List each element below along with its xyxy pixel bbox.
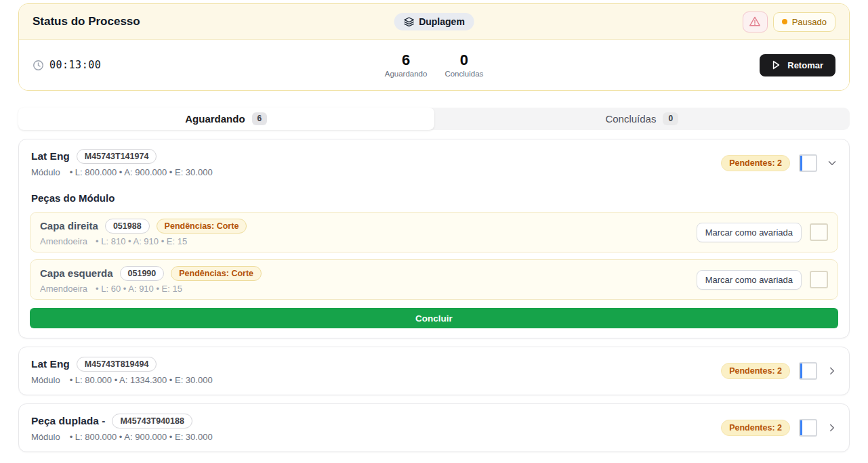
module-card-expanded: Lat Eng M45743T141974 Módulo • L: 800.00… [18, 139, 850, 338]
resume-button[interactable]: Retomar [760, 54, 835, 76]
module-card[interactable]: Peça duplada - M45743T940188 Módulo • L:… [18, 403, 850, 452]
mark-damaged-button[interactable]: Marcar como avariada [697, 270, 802, 290]
module-dims: • L: 80.000 • A: 1334.300 • E: 30.000 [70, 375, 213, 385]
process-page: Status do Processo Duplagem [0, 0, 868, 452]
module-type: Módulo [31, 167, 60, 177]
tabstrip: Aguardando 6 Concluídas 0 [18, 108, 850, 130]
piece-dimensions: Amendoeira • L: 60 • A: 910 • E: 15 [40, 284, 262, 294]
module-title: Peça duplada - [31, 415, 105, 427]
pending-badge: Pendentes: 2 [721, 420, 790, 436]
piece-dims: • L: 60 • A: 910 • E: 15 [96, 284, 182, 294]
piece-row: Capa esquerda 051990 Pendências: Corte A… [30, 259, 838, 300]
tab-concluidas-count: 0 [663, 112, 678, 125]
tab-aguardando-label: Aguardando [185, 113, 245, 125]
status-card-body: 00:13:00 6 Aguardando 0 Concluidas [19, 40, 849, 90]
chevron-down-icon[interactable] [826, 157, 838, 169]
stat-aguardando-value: 6 [385, 52, 428, 68]
module-checkbox[interactable] [799, 154, 817, 172]
module-dims: • L: 800.000 • A: 900.000 • E: 30.000 [70, 432, 213, 442]
module-id-badge: M45743T141974 [77, 149, 157, 164]
piece-pendencias-badge: Pendências: Corte [157, 219, 247, 234]
module-dimensions: Módulo • L: 80.000 • A: 1334.300 • E: 30… [31, 375, 213, 385]
pending-badge: Pendentes: 2 [721, 363, 790, 379]
process-timer: 00:13:00 [33, 59, 101, 71]
piece-id-badge: 051990 [120, 266, 165, 281]
status-badge: Pausado [773, 12, 835, 32]
module-title: Lat Eng [31, 150, 70, 162]
paused-dot-icon [782, 19, 787, 24]
process-type-label: Duplagem [419, 16, 465, 27]
pieces-section-title: Peças do Módulo [31, 192, 838, 204]
timer-value: 00:13:00 [49, 59, 101, 71]
piece-material: Amendoeira [40, 284, 87, 294]
piece-row: Capa direita 051988 Pendências: Corte Am… [30, 212, 838, 252]
page-title: Status do Processo [33, 15, 140, 28]
module-type: Módulo [31, 375, 60, 385]
piece-title: Capa esquerda [40, 267, 113, 279]
stat-concluidas: 0 Concluidas [445, 52, 483, 78]
module-controls: Pendentes: 2 [721, 419, 838, 437]
piece-material: Amendoeira [40, 236, 87, 246]
tab-aguardando-count: 6 [252, 112, 268, 125]
module-checkbox[interactable] [799, 362, 817, 380]
tab-concluidas[interactable]: Concluídas 0 [434, 108, 850, 130]
module-checkbox[interactable] [799, 419, 817, 437]
module-card[interactable]: Lat Eng M45743T819494 Módulo • L: 80.000… [18, 347, 850, 395]
module-info: Peça duplada - M45743T940188 Módulo • L:… [30, 414, 213, 442]
status-header-actions: Pausado [743, 12, 835, 32]
piece-title: Capa direita [40, 220, 98, 232]
tab-concluidas-label: Concluídas [605, 113, 656, 125]
module-id-badge: M45743T940188 [112, 414, 192, 428]
stat-aguardando-label: Aguardando [385, 70, 428, 78]
module-dimensions: Módulo • L: 800.000 • A: 900.000 • E: 30… [31, 432, 213, 442]
module-dims: • L: 800.000 • A: 900.000 • E: 30.000 [70, 167, 213, 177]
play-icon [772, 60, 781, 70]
paused-label: Pausado [792, 17, 827, 27]
stat-concluidas-value: 0 [445, 52, 483, 68]
module-controls: Pendentes: 2 [721, 362, 838, 380]
module-info: Lat Eng M45743T819494 Módulo • L: 80.000… [30, 357, 213, 385]
process-type-pill: Duplagem [394, 13, 474, 30]
piece-pendencias-badge: Pendências: Corte [171, 266, 262, 281]
status-card-header: Status do Processo Duplagem [19, 4, 849, 40]
piece-checkbox[interactable] [810, 271, 828, 288]
warning-button[interactable] [743, 12, 768, 32]
complete-button[interactable]: Concluir [30, 308, 838, 328]
focus-caret [800, 420, 802, 435]
mark-damaged-button[interactable]: Marcar como avariada [697, 223, 802, 242]
piece-info: Capa direita 051988 Pendências: Corte Am… [40, 219, 247, 246]
piece-dimensions: Amendoeira • L: 810 • A: 910 • E: 15 [40, 236, 247, 246]
module-info: Lat Eng M45743T141974 Módulo • L: 800.00… [30, 149, 213, 177]
process-stats: 6 Aguardando 0 Concluidas [385, 52, 484, 78]
resume-label: Retomar [787, 60, 823, 70]
piece-checkbox[interactable] [810, 223, 828, 241]
pending-badge: Pendentes: 2 [721, 155, 790, 171]
module-dimensions: Módulo • L: 800.000 • A: 900.000 • E: 30… [31, 167, 213, 177]
focus-caret [800, 156, 802, 171]
piece-controls: Marcar como avariada [697, 223, 828, 242]
piece-controls: Marcar como avariada [697, 270, 828, 290]
piece-dims: • L: 810 • A: 910 • E: 15 [96, 236, 187, 246]
focus-caret [800, 363, 802, 378]
piece-info: Capa esquerda 051990 Pendências: Corte A… [40, 266, 262, 294]
chevron-right-icon[interactable] [826, 422, 838, 434]
status-card: Status do Processo Duplagem [18, 3, 850, 91]
piece-id-badge: 051988 [105, 219, 150, 234]
chevron-right-icon[interactable] [826, 365, 838, 377]
warning-triangle-icon [749, 16, 761, 27]
module-controls: Pendentes: 2 [721, 154, 838, 172]
layers-icon [403, 16, 414, 27]
module-header[interactable]: Lat Eng M45743T141974 Módulo • L: 800.00… [30, 149, 838, 177]
stat-concluidas-label: Concluidas [445, 70, 483, 78]
module-title: Lat Eng [31, 358, 70, 370]
clock-icon [33, 60, 44, 71]
module-id-badge: M45743T819494 [77, 357, 157, 372]
tab-aguardando[interactable]: Aguardando 6 [18, 108, 434, 130]
stat-aguardando: 6 Aguardando [385, 52, 428, 78]
module-type: Módulo [31, 432, 60, 442]
